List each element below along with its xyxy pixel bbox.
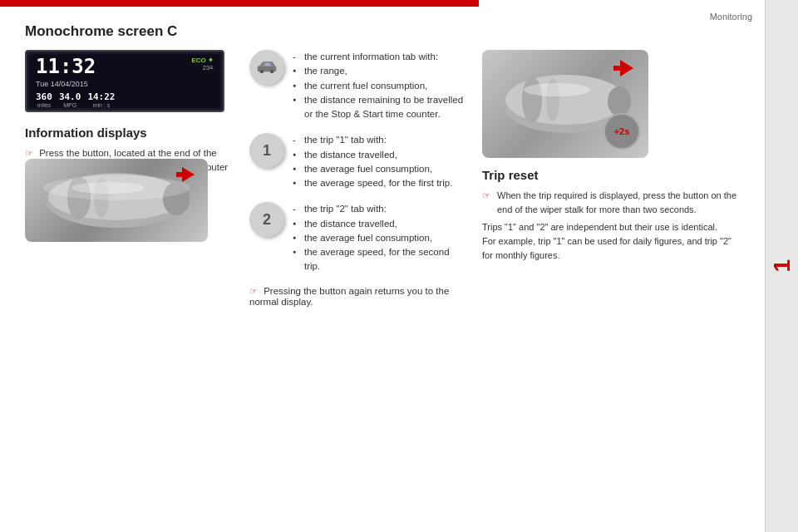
dash-stat-mpg: 34.0 MPG — [59, 91, 81, 108]
tab2-bullet-3: the average speed, for the second trip. — [293, 245, 466, 274]
current-dash-item: the current information tab with: — [293, 50, 466, 64]
tab1-bullet-list: the distance travelled, the average fuel… — [293, 148, 452, 191]
section-current: the current information tab with: the ra… — [249, 50, 466, 121]
dash-page-num: 23≡ — [191, 64, 214, 71]
dash-time: 11:32 — [36, 55, 96, 78]
plus2s-text: +2s — [614, 126, 630, 136]
red-arrow-left — [176, 167, 195, 185]
svg-point-8 — [608, 86, 631, 116]
svg-marker-18 — [182, 167, 195, 182]
svg-marker-10 — [620, 60, 633, 76]
right-column: +2s Trip reset ☞ When the trip required … — [482, 50, 740, 307]
badge-2-text: 2 — [263, 211, 271, 229]
dash-eco: ECO ✦ — [191, 57, 214, 64]
dash-stat-miles: 360 miles — [36, 91, 52, 108]
tab2-dash-item: the trip "2" tab with: — [293, 202, 466, 216]
trip-reset-title: Trip reset — [482, 168, 740, 182]
stalk-image-right: +2s — [482, 50, 648, 158]
trip-reset-text: ☞ When the trip required is displayed, p… — [482, 189, 740, 263]
svg-rect-11 — [613, 66, 622, 71]
dash-stat-val-1: 360 — [36, 91, 52, 102]
right-tab: 1 — [765, 0, 798, 532]
svg-point-6 — [522, 76, 542, 123]
tab-number: 1 — [769, 259, 796, 273]
current-bullet-list: the range, the current fuel consumption,… — [293, 64, 466, 121]
tab2-bullet-2: the average fuel consumption, — [293, 231, 466, 245]
badge-1-text: 1 — [263, 142, 271, 160]
dash-inner: 11:32 Tue 14/04/2015 ECO ✦ 23≡ 360 — [29, 54, 220, 108]
tab2-text: the trip "2" tab with: the distance trav… — [293, 202, 466, 273]
tab2-bullet-list: the distance travelled, the average fuel… — [293, 217, 466, 274]
plus2s-badge: +2s — [603, 113, 640, 150]
car-icon — [256, 61, 278, 74]
dash-stats: 360 miles 34.0 MPG 14:22 min : s — [36, 91, 214, 108]
badge-2: 2 — [249, 202, 284, 237]
svg-point-15 — [94, 178, 109, 218]
finger-icon-3: ☞ — [482, 189, 490, 203]
trip-reset-para2: For example, trip "1" can be used for da… — [482, 234, 740, 263]
trip-reset-note-row: ☞ When the trip required is displayed, p… — [482, 189, 740, 217]
dash-stat-unit-1: miles — [36, 102, 52, 108]
bullet-fuel: the current fuel consumption, — [293, 79, 466, 93]
finger-icon-2: ☞ — [249, 286, 258, 296]
tab1-dash-item: the trip "1" tab with: — [293, 133, 452, 147]
svg-point-14 — [67, 176, 91, 219]
arrow-left-svg — [176, 167, 195, 182]
trip-reset-note: When the trip required is displayed, pre… — [497, 189, 740, 217]
dash-stat-unit-3: min : s — [87, 102, 115, 108]
section-title: Monochrome screen C — [25, 23, 740, 40]
svg-rect-19 — [176, 172, 184, 177]
tab1-bullet-2: the average fuel consumption, — [293, 162, 452, 176]
badge-1: 1 — [249, 133, 284, 168]
tab1-text: the trip "1" tab with: the distance trav… — [293, 133, 452, 190]
svg-point-9 — [524, 83, 590, 96]
svg-point-2 — [270, 70, 273, 73]
car-badge — [249, 50, 284, 85]
svg-point-16 — [163, 182, 190, 215]
svg-rect-3 — [264, 63, 270, 66]
main-content: Monochrome screen C 11:32 Tue 14/04/2015… — [0, 7, 765, 532]
dash-stat-val-2: 34.0 — [59, 91, 81, 102]
section-tab2: 2 the trip "2" tab with: the distance tr… — [249, 202, 466, 273]
svg-point-13 — [48, 174, 185, 220]
svg-point-17 — [71, 182, 145, 194]
dash-stat-unit-2: MPG — [59, 102, 81, 108]
svg-point-1 — [260, 70, 264, 73]
bullet-range: the range, — [293, 64, 466, 78]
dash-date: Tue 14/04/2015 — [36, 80, 96, 88]
tab1-bullet-1: the distance travelled, — [293, 148, 452, 162]
bullet-distance: the distance remaining to be travelled o… — [293, 93, 466, 122]
stalk-left-svg — [33, 163, 200, 238]
stalk-image-left — [25, 159, 208, 242]
trip-reset-para1: Trips "1" and "2" are independent but th… — [482, 220, 740, 234]
tab2-bullet-1: the distance travelled, — [293, 217, 466, 231]
tab1-bullet-3: the average speed, for the first trip. — [293, 176, 452, 190]
section-tab1: 1 the trip "1" tab with: the distance tr… — [249, 133, 466, 190]
arrow-svg — [613, 60, 633, 76]
red-arrow-right — [613, 60, 633, 79]
dashboard-display: 11:32 Tue 14/04/2015 ECO ✦ 23≡ 360 — [25, 50, 224, 112]
top-bar — [0, 0, 798, 7]
current-tab-text: the current information tab with: the ra… — [293, 50, 466, 121]
dash-stat-val-3: 14:22 — [87, 91, 115, 102]
dash-stat-time: 14:22 min : s — [87, 91, 115, 108]
middle-column: the current information tab with: the ra… — [249, 50, 466, 307]
bottom-note: ☞ Pressing the button again returns you … — [249, 286, 466, 307]
info-displays-title: Information displays — [25, 126, 233, 140]
stalk-image-left-container — [25, 152, 208, 249]
